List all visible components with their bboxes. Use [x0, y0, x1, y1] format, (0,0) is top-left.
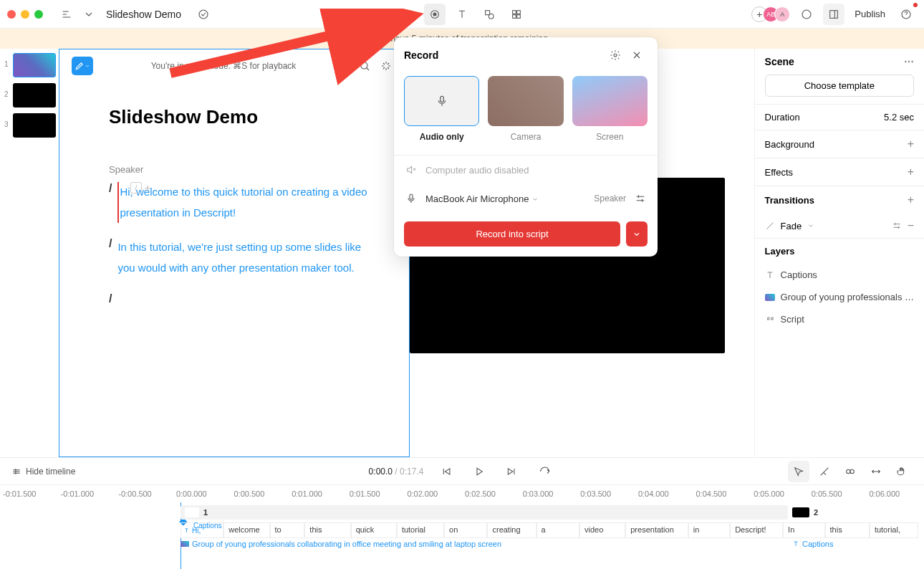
gallery-tool-button[interactable] — [506, 4, 527, 25]
publish-button[interactable]: Publish — [850, 9, 890, 19]
script-tool-button[interactable] — [397, 4, 418, 25]
transition-item[interactable]: Fade − — [755, 214, 924, 238]
svg-rect-3 — [486, 10, 490, 14]
remove-transition-icon[interactable]: − — [908, 219, 914, 232]
timeline[interactable]: -0:01.500-0:01.000-0:00.5000:00.0000:00.… — [0, 484, 924, 567]
close-icon[interactable] — [626, 44, 648, 66]
background-label: Background — [765, 139, 814, 150]
scene-clip-thumb — [792, 507, 809, 517]
current-time: 0:00.0 — [369, 467, 393, 477]
settings-icon[interactable] — [605, 44, 626, 66]
scene-more-icon[interactable]: ⋯ — [904, 56, 914, 67]
computer-audio-row[interactable]: Computer audio disabled — [394, 156, 658, 184]
layers-label: Layers — [765, 246, 795, 257]
comments-button[interactable] — [796, 4, 817, 25]
slide-number: 2 — [4, 90, 9, 98]
blade-tool-icon[interactable] — [814, 461, 835, 482]
scene-marker-icon[interactable]: / — [130, 182, 142, 193]
svg-rect-8 — [517, 14, 521, 18]
word-cell[interactable]: in — [688, 522, 730, 538]
word-cell[interactable]: Descript! — [730, 522, 783, 538]
word-track[interactable]: Hi,Captionswelcometothisquicktutorialonc… — [181, 522, 918, 538]
slide-thumbnail[interactable]: 2 — [3, 83, 56, 107]
close-window-icon[interactable] — [7, 10, 16, 19]
svg-point-13 — [847, 469, 850, 473]
speaker-assign-label[interactable]: Speaker — [594, 193, 626, 204]
record-option-screen[interactable]: Screen — [572, 76, 648, 142]
duration-value: 5.2 sec — [884, 112, 914, 123]
scene-clip[interactable]: 1 — [181, 505, 788, 520]
maximize-window-icon[interactable] — [34, 10, 43, 19]
paragraph-gutter[interactable]: / + — [130, 182, 150, 193]
adjust-icon[interactable] — [635, 193, 646, 204]
document-title[interactable]: Slideshow Demo — [106, 9, 181, 20]
slide-thumbnail[interactable]: 1 — [3, 53, 56, 77]
skip-back-button[interactable] — [435, 461, 456, 482]
hand-tool-icon[interactable] — [891, 461, 913, 482]
scene-clip[interactable]: 2 — [792, 505, 818, 520]
add-effect-icon[interactable]: + — [908, 166, 914, 178]
word-cell[interactable]: a — [536, 522, 579, 538]
word-cell[interactable]: welcome — [223, 522, 269, 538]
shapes-tool-button[interactable] — [478, 4, 500, 25]
layer-item-image[interactable]: Group of young professionals … — [755, 286, 924, 308]
link-tool-icon[interactable] — [839, 461, 861, 482]
text-icon — [765, 270, 775, 280]
scene-section-title: Scene — [765, 56, 794, 67]
svg-rect-17 — [410, 194, 413, 199]
loop-button[interactable] — [534, 461, 555, 482]
record-option-audio[interactable]: Audio only — [404, 76, 479, 142]
record-options-dropdown[interactable] — [626, 221, 648, 247]
quote-icon — [765, 315, 775, 325]
record-into-script-button[interactable]: Record into script — [404, 221, 620, 247]
collaborator-avatars[interactable]: + AB A — [751, 6, 790, 22]
word-cell[interactable]: creating — [487, 522, 536, 538]
range-tool-icon[interactable] — [865, 461, 887, 482]
play-button[interactable] — [468, 461, 489, 482]
chevron-down-icon[interactable] — [83, 4, 95, 25]
layer-item-captions[interactable]: Captions — [755, 264, 924, 286]
slide-thumb-image — [13, 53, 56, 77]
slide-thumbnail[interactable]: 3 — [3, 113, 56, 138]
word-cell[interactable]: tutorial — [397, 522, 444, 538]
image-clip-track[interactable]: Group of young professionals collaborati… — [181, 540, 501, 548]
slide-thumb-image — [13, 113, 56, 138]
timeline-tracks[interactable]: 1 2 Hi,Captionswelcometothisquicktutoria… — [0, 502, 924, 567]
timeline-tick: 0:02.000 — [404, 489, 462, 498]
svg-rect-6 — [517, 10, 521, 14]
add-transition-icon[interactable]: + — [908, 193, 914, 206]
record-option-camera[interactable]: Camera — [488, 76, 563, 142]
word-cell[interactable]: quick — [351, 522, 397, 538]
help-button[interactable] — [895, 4, 917, 25]
text-tool-button[interactable] — [451, 4, 473, 25]
choose-template-button[interactable]: Choose template — [765, 75, 914, 97]
word-cell[interactable]: In — [783, 522, 824, 538]
add-background-icon[interactable]: + — [908, 138, 914, 150]
captions-label: Captions — [802, 540, 833, 548]
chevron-down-icon[interactable] — [531, 196, 539, 203]
word-cell[interactable]: video — [579, 522, 625, 538]
captions-track-right[interactable]: Captions — [792, 540, 833, 548]
word-cell[interactable]: this — [304, 522, 350, 538]
microphone-row[interactable]: MacBook Air Microphone Speaker — [394, 184, 658, 213]
slide-thumb-image — [13, 83, 56, 107]
adjust-icon[interactable] — [892, 221, 902, 231]
project-menu-button[interactable] — [56, 4, 77, 25]
word-cell[interactable]: Hi,Captions — [181, 522, 223, 538]
layer-label: Script — [781, 314, 804, 325]
word-cell[interactable]: to — [270, 522, 305, 538]
timeline-ruler[interactable]: -0:01.500-0:01.000-0:00.5000:00.0000:00.… — [0, 485, 924, 502]
panel-toggle-button[interactable] — [823, 4, 844, 25]
add-scene-icon[interactable]: + — [145, 182, 150, 193]
word-cell[interactable]: on — [444, 522, 487, 538]
skip-forward-button[interactable] — [501, 461, 522, 482]
timeline-tick: 0:04.000 — [635, 489, 693, 498]
record-tool-button[interactable] — [424, 4, 446, 25]
layer-item-script[interactable]: Script — [755, 308, 924, 330]
pointer-tool-icon[interactable] — [788, 461, 809, 482]
word-cell[interactable]: presentation — [625, 522, 688, 538]
hide-timeline-button[interactable]: Hide timeline — [11, 467, 75, 477]
word-cell[interactable]: this — [825, 522, 870, 538]
word-cell[interactable]: tutorial, — [870, 522, 918, 538]
minimize-window-icon[interactable] — [21, 10, 29, 19]
